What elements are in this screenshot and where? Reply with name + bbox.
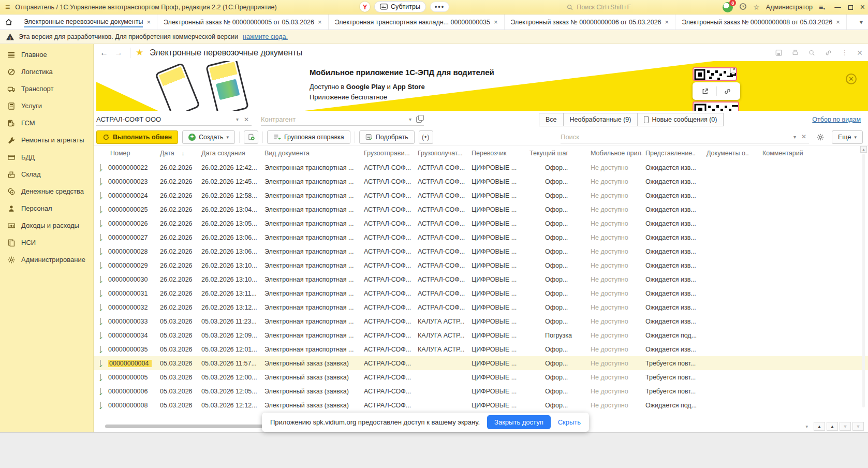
table-row[interactable]: 0000000003505.03.202605.03.2026 12:01...… [94,342,868,356]
browser-main-menu-icon[interactable]: ≡▾ [819,3,825,11]
print-icon[interactable] [791,49,799,56]
filter-all-button[interactable]: Все [539,113,564,126]
banner-close-icon[interactable]: ✕ [846,74,857,84]
sidebar-item-person[interactable]: Персонал [0,200,93,217]
create-dropdown-icon[interactable]: ▾ [227,135,229,140]
scroll-last-button[interactable]: ▼ [852,422,864,431]
settings-gear-button[interactable] [813,130,828,144]
col-doc-type[interactable]: Вид документа [261,150,361,157]
tab-5[interactable]: Электронный заказ № 00000000008 от 05.03… [675,14,847,30]
open-list-icon[interactable] [416,116,422,123]
table-row[interactable]: 0000000003305.03.202605.03.2026 11:23...… [94,314,868,328]
col-date[interactable]: Дата [157,150,198,157]
org-dropdown-icon[interactable]: ▾ [233,116,241,122]
history-icon[interactable] [739,3,747,12]
col-comment[interactable]: Комментарий [759,150,868,157]
close-page-icon[interactable]: ✕ [857,49,863,57]
table-row[interactable]: 0000000002726.02.202626.02.2026 13:06...… [94,230,868,244]
copy-link-icon[interactable] [717,87,738,95]
create-button[interactable]: + Создать ▾ [182,130,235,144]
hide-notice-link[interactable]: Скрыть [558,418,581,426]
table-row[interactable]: 0000000003405.03.202605.03.2026 12:09...… [94,328,868,342]
filter-new-messages-button[interactable]: Новые сообщения (0) [638,113,724,126]
table-row[interactable]: 0000000002826.02.202626.02.2026 13:06...… [94,244,868,258]
tab-close-icon[interactable]: × [665,18,669,26]
table-row[interactable]: 0000000000605.03.202605.03.2026 12:05...… [94,384,868,398]
vertical-scrollbar[interactable]: ▲ [860,146,867,413]
table-row[interactable]: 0000000002426.02.202626.02.2026 12:58...… [94,188,868,202]
sidebar-item-truck[interactable]: Транспорт [0,80,93,97]
restore-button[interactable] [848,5,853,10]
table-row[interactable]: 0000000000805.03.202605.03.2026 12:12...… [94,398,868,412]
broadcast-button[interactable]: (•) [419,130,433,144]
browser-menu-icon[interactable]: ≡ [5,3,10,12]
search-clear-icon[interactable]: ✕ [799,133,809,140]
tab-overflow-icon[interactable]: ▾ [855,14,868,30]
col-current-step[interactable]: Текущий шаг [526,150,587,157]
group-send-button[interactable]: Групповая отправка [267,130,350,144]
forward-arrow-icon[interactable]: → [112,48,125,57]
tab-close-icon[interactable]: × [494,18,498,26]
tab-close-icon[interactable]: × [836,18,840,26]
open-external-icon[interactable] [695,87,716,95]
col-number[interactable]: Номер [107,150,157,157]
table-row[interactable]: 0000000002526.02.202626.02.2026 13:04...… [94,202,868,216]
list-search-field[interactable]: ▾ ✕ [561,131,809,143]
subtitles-button[interactable]: Субтитры [374,1,426,12]
browser-search[interactable]: Поиск Ctrl+Shift+F [566,4,716,11]
col-shipper[interactable]: Грузоотправи... [361,150,415,157]
sidebar-item-card[interactable]: БДД [0,149,93,166]
bookmark-star-icon[interactable]: ☆ [753,3,760,11]
sidebar-item-calc[interactable]: Услуги [0,97,93,114]
favorite-star-icon[interactable]: ★ [136,47,143,58]
tab-2[interactable]: Электронный заказ № 00000000005 от 05.03… [157,14,329,30]
find-icon[interactable] [808,49,816,56]
qr-close-icon[interactable]: × [730,67,737,73]
sidebar-item-fuel[interactable]: ГСМ [0,114,93,131]
table-row[interactable]: 0000000000505.03.202605.03.2026 12:00...… [94,370,868,384]
table-row[interactable]: 0000000003226.02.202626.02.2026 13:12...… [94,300,868,314]
counterparty-input[interactable] [261,115,406,123]
table-row[interactable]: 0000000002626.02.202626.02.2026 13:05...… [94,216,868,230]
scroll-prev-button[interactable]: ▲ [827,422,838,431]
user-name[interactable]: Администратор [766,4,813,11]
table-row[interactable]: 0000000003126.02.202626.02.2026 13:11...… [94,286,868,300]
sidebar-item-coins[interactable]: Денежные средства [0,183,93,200]
col-mobile-app[interactable]: Мобильное прил. [587,150,642,157]
table-row[interactable]: 0000000002226.02.202626.02.2026 12:42...… [94,160,868,174]
filter-unprocessed-button[interactable]: Необработанные (9) [564,113,638,126]
bottom-caret-icon[interactable]: ▾ [805,424,808,429]
table-row[interactable]: 0000000002326.02.202626.02.2026 12:45...… [94,174,868,188]
org-clear-icon[interactable]: ✕ [241,116,252,123]
table-row[interactable]: 0000000002926.02.202626.02.2026 13:10...… [94,258,868,272]
pick-button[interactable]: Подобрать [359,130,415,144]
create-by-copy-button[interactable] [244,130,258,144]
col-carrier[interactable]: Перевозчик [468,150,526,157]
get-link-icon[interactable] [825,49,832,56]
filter-by-kinds-link[interactable]: Отбор по видам [812,116,861,123]
minimize-button[interactable]: — [834,4,841,11]
kebab-menu-icon[interactable]: ⋮ [841,49,848,56]
sidebar-item-gear[interactable]: Администрирование [0,251,93,268]
scroll-up-icon[interactable]: ▲ [860,146,867,153]
sidebar-item-slash[interactable]: Логистика [0,63,93,80]
col-created[interactable]: Дата создания [198,150,261,157]
list-search-input[interactable] [561,133,791,141]
more-actions-button[interactable]: Еще ▾ [832,130,863,144]
col-representation[interactable]: Представление.. [642,150,703,157]
scroll-next-button[interactable]: ▼ [840,422,851,431]
organization-input[interactable] [96,115,233,123]
counterparty-dropdown-icon[interactable]: ▾ [406,116,414,122]
yandex-icon[interactable]: Y [360,2,370,12]
home-icon[interactable] [0,14,18,30]
save-icon[interactable] [775,49,783,56]
tab-close-icon[interactable]: × [318,18,322,26]
more-options-button[interactable]: ••• [430,2,449,12]
counterparty-field[interactable]: ▾ [261,113,424,126]
tab-close-icon[interactable]: × [146,18,151,26]
col-consignee[interactable]: Грузополучат... [415,150,468,157]
search-dropdown-icon[interactable]: ▾ [791,134,799,140]
tab-3[interactable]: Электронная транспортная накладн... 0000… [329,14,505,30]
table-row[interactable]: 0000000003026.02.202626.02.2026 13:10...… [94,272,868,286]
notifications-icon[interactable]: 8 [723,2,733,12]
